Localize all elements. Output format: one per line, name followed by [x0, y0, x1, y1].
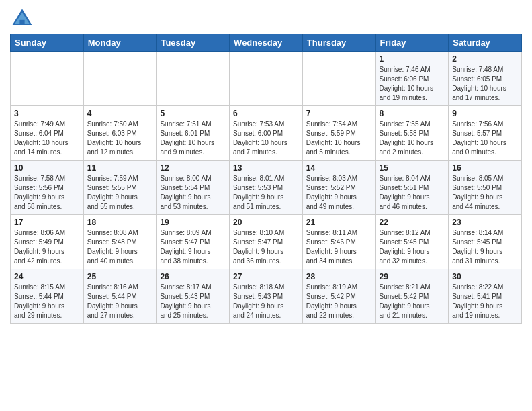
calendar-cell: 3Sunrise: 7:49 AM Sunset: 6:04 PM Daylig…	[11, 106, 84, 161]
week-row-5: 24Sunrise: 8:15 AM Sunset: 5:44 PM Dayli…	[11, 269, 522, 324]
svg-rect-2	[19, 20, 24, 25]
day-number: 8	[380, 109, 445, 118]
day-info: Sunrise: 8:17 AM Sunset: 5:43 PM Dayligh…	[160, 283, 226, 320]
col-header-monday: Monday	[83, 34, 157, 52]
header-row: SundayMondayTuesdayWednesdayThursdayFrid…	[11, 34, 522, 52]
day-number: 18	[87, 218, 153, 227]
day-info: Sunrise: 8:15 AM Sunset: 5:44 PM Dayligh…	[14, 283, 80, 320]
calendar-cell: 29Sunrise: 8:21 AM Sunset: 5:42 PM Dayli…	[375, 269, 449, 324]
calendar-cell: 27Sunrise: 8:18 AM Sunset: 5:43 PM Dayli…	[230, 269, 303, 324]
day-number: 5	[160, 109, 226, 118]
day-number: 4	[87, 109, 153, 118]
day-number: 26	[160, 272, 226, 281]
calendar-cell: 17Sunrise: 8:06 AM Sunset: 5:49 PM Dayli…	[11, 215, 84, 269]
calendar-cell: 19Sunrise: 8:09 AM Sunset: 5:47 PM Dayli…	[157, 215, 230, 269]
calendar-cell	[83, 52, 157, 106]
day-info: Sunrise: 7:53 AM Sunset: 6:00 PM Dayligh…	[233, 120, 299, 157]
day-info: Sunrise: 8:11 AM Sunset: 5:46 PM Dayligh…	[306, 228, 372, 266]
calendar-cell: 16Sunrise: 8:05 AM Sunset: 5:50 PM Dayli…	[449, 161, 522, 215]
day-number: 1	[380, 54, 445, 64]
week-row-1: 1Sunrise: 7:46 AM Sunset: 6:06 PM Daylig…	[11, 52, 522, 106]
day-info: Sunrise: 7:59 AM Sunset: 5:55 PM Dayligh…	[87, 174, 153, 212]
day-number: 10	[14, 163, 80, 173]
calendar-cell: 6Sunrise: 7:53 AM Sunset: 6:00 PM Daylig…	[230, 106, 303, 161]
calendar-cell: 14Sunrise: 8:03 AM Sunset: 5:52 PM Dayli…	[302, 161, 375, 215]
calendar-cell: 1Sunrise: 7:46 AM Sunset: 6:06 PM Daylig…	[375, 52, 449, 106]
calendar-cell: 8Sunrise: 7:55 AM Sunset: 5:58 PM Daylig…	[375, 106, 449, 161]
day-number: 23	[452, 218, 518, 227]
calendar-cell: 24Sunrise: 8:15 AM Sunset: 5:44 PM Dayli…	[11, 269, 84, 324]
calendar-cell	[157, 52, 230, 106]
week-row-4: 17Sunrise: 8:06 AM Sunset: 5:49 PM Dayli…	[11, 215, 522, 269]
day-number: 29	[380, 272, 445, 281]
calendar-cell: 30Sunrise: 8:22 AM Sunset: 5:41 PM Dayli…	[449, 269, 522, 324]
col-header-friday: Friday	[375, 34, 449, 52]
calendar-cell: 26Sunrise: 8:17 AM Sunset: 5:43 PM Dayli…	[157, 269, 230, 324]
day-info: Sunrise: 8:21 AM Sunset: 5:42 PM Dayligh…	[380, 283, 445, 320]
day-number: 16	[452, 163, 518, 173]
day-number: 15	[380, 163, 445, 173]
day-info: Sunrise: 8:00 AM Sunset: 5:54 PM Dayligh…	[160, 174, 226, 212]
day-number: 25	[87, 272, 153, 281]
day-number: 19	[160, 218, 226, 227]
calendar-cell: 12Sunrise: 8:00 AM Sunset: 5:54 PM Dayli…	[157, 161, 230, 215]
calendar-cell: 7Sunrise: 7:54 AM Sunset: 5:59 PM Daylig…	[302, 106, 375, 161]
logo	[10, 7, 37, 31]
day-info: Sunrise: 8:19 AM Sunset: 5:42 PM Dayligh…	[306, 283, 372, 320]
calendar-cell	[302, 52, 375, 106]
day-info: Sunrise: 7:50 AM Sunset: 6:03 PM Dayligh…	[87, 120, 153, 157]
day-info: Sunrise: 8:16 AM Sunset: 5:44 PM Dayligh…	[87, 283, 153, 320]
day-info: Sunrise: 7:48 AM Sunset: 6:05 PM Dayligh…	[452, 65, 518, 103]
calendar-cell: 9Sunrise: 7:56 AM Sunset: 5:57 PM Daylig…	[449, 106, 522, 161]
day-number: 2	[452, 54, 518, 64]
col-header-saturday: Saturday	[449, 34, 522, 52]
logo-icon	[10, 7, 34, 31]
day-info: Sunrise: 7:55 AM Sunset: 5:58 PM Dayligh…	[380, 120, 445, 157]
calendar-cell: 22Sunrise: 8:12 AM Sunset: 5:45 PM Dayli…	[375, 215, 449, 269]
day-info: Sunrise: 8:03 AM Sunset: 5:52 PM Dayligh…	[306, 174, 372, 212]
day-info: Sunrise: 8:08 AM Sunset: 5:48 PM Dayligh…	[87, 228, 153, 266]
calendar-cell: 20Sunrise: 8:10 AM Sunset: 5:47 PM Dayli…	[230, 215, 303, 269]
day-number: 11	[87, 163, 153, 173]
day-number: 6	[233, 109, 299, 118]
day-number: 20	[233, 218, 299, 227]
day-info: Sunrise: 8:06 AM Sunset: 5:49 PM Dayligh…	[14, 228, 80, 266]
calendar-cell: 13Sunrise: 8:01 AM Sunset: 5:53 PM Dayli…	[230, 161, 303, 215]
week-row-3: 10Sunrise: 7:58 AM Sunset: 5:56 PM Dayli…	[11, 161, 522, 215]
day-info: Sunrise: 8:14 AM Sunset: 5:45 PM Dayligh…	[452, 228, 518, 266]
col-header-wednesday: Wednesday	[230, 34, 303, 52]
calendar-cell: 25Sunrise: 8:16 AM Sunset: 5:44 PM Dayli…	[83, 269, 157, 324]
day-number: 9	[452, 109, 518, 118]
day-number: 28	[306, 272, 372, 281]
calendar-cell: 5Sunrise: 7:51 AM Sunset: 6:01 PM Daylig…	[157, 106, 230, 161]
day-info: Sunrise: 7:46 AM Sunset: 6:06 PM Dayligh…	[380, 65, 445, 103]
day-number: 30	[452, 272, 518, 281]
day-number: 24	[14, 272, 80, 281]
day-number: 17	[14, 218, 80, 227]
calendar-cell: 23Sunrise: 8:14 AM Sunset: 5:45 PM Dayli…	[449, 215, 522, 269]
calendar-cell: 4Sunrise: 7:50 AM Sunset: 6:03 PM Daylig…	[83, 106, 157, 161]
day-number: 21	[306, 218, 372, 227]
day-info: Sunrise: 8:12 AM Sunset: 5:45 PM Dayligh…	[380, 228, 445, 266]
day-number: 7	[306, 109, 372, 118]
col-header-sunday: Sunday	[11, 34, 84, 52]
calendar-cell: 21Sunrise: 8:11 AM Sunset: 5:46 PM Dayli…	[302, 215, 375, 269]
day-info: Sunrise: 8:04 AM Sunset: 5:51 PM Dayligh…	[380, 174, 445, 212]
col-header-thursday: Thursday	[302, 34, 375, 52]
day-info: Sunrise: 7:56 AM Sunset: 5:57 PM Dayligh…	[452, 120, 518, 157]
day-number: 22	[380, 218, 445, 227]
calendar-cell: 18Sunrise: 8:08 AM Sunset: 5:48 PM Dayli…	[83, 215, 157, 269]
calendar-cell: 2Sunrise: 7:48 AM Sunset: 6:05 PM Daylig…	[449, 52, 522, 106]
calendar-cell: 11Sunrise: 7:59 AM Sunset: 5:55 PM Dayli…	[83, 161, 157, 215]
day-info: Sunrise: 7:49 AM Sunset: 6:04 PM Dayligh…	[14, 120, 80, 157]
day-info: Sunrise: 8:05 AM Sunset: 5:50 PM Dayligh…	[452, 174, 518, 212]
day-number: 27	[233, 272, 299, 281]
day-info: Sunrise: 8:18 AM Sunset: 5:43 PM Dayligh…	[233, 283, 299, 320]
calendar-cell	[11, 52, 84, 106]
day-info: Sunrise: 7:51 AM Sunset: 6:01 PM Dayligh…	[160, 120, 226, 157]
day-info: Sunrise: 7:54 AM Sunset: 5:59 PM Dayligh…	[306, 120, 372, 157]
page: SundayMondayTuesdayWednesdayThursdayFrid…	[0, 0, 532, 330]
day-info: Sunrise: 8:10 AM Sunset: 5:47 PM Dayligh…	[233, 228, 299, 266]
header	[10, 7, 522, 31]
day-info: Sunrise: 8:22 AM Sunset: 5:41 PM Dayligh…	[452, 283, 518, 320]
